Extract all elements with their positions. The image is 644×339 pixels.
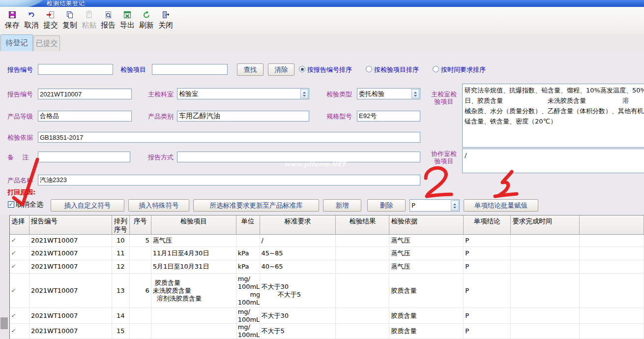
grade-input[interactable]	[38, 111, 132, 122]
tab-submitted[interactable]: 已提交	[33, 35, 60, 51]
conclusion-combo[interactable]: P	[410, 199, 460, 212]
sort-radio-2[interactable]: 按时间要求排序	[433, 64, 486, 74]
table-cell: P	[464, 235, 511, 247]
copy-button[interactable]: 复制	[60, 10, 79, 30]
sort-radio-1[interactable]: 按检验项目排序	[366, 64, 419, 74]
tab-pending[interactable]: 待登记	[0, 34, 33, 51]
column-header[interactable]: 检验依据	[389, 216, 464, 234]
test-type-combo[interactable]: 委托检验	[357, 88, 420, 99]
results-table: 选择报告编号排列 序号序号检验项目单位标准要求检验结果检验依据单项结论要求完成时…	[9, 215, 644, 339]
add-button[interactable]: 新增	[323, 199, 361, 212]
table-cell	[130, 324, 151, 339]
close-icon	[156, 10, 175, 20]
column-header[interactable]: 报告编号	[29, 216, 112, 234]
table-cell	[580, 235, 644, 247]
select-all-checkbox[interactable]: ✓	[8, 201, 14, 208]
table-row[interactable]: ✓2021WT1000715mg/ 100mL不大于5胶质含量P	[10, 324, 644, 339]
check-icon: ✓	[10, 287, 17, 295]
submit-button[interactable]: 提交	[41, 10, 60, 30]
table-cell: 11月1日至4月30日	[151, 247, 236, 260]
product-name-input[interactable]	[38, 175, 420, 185]
table-left-strip	[0, 215, 9, 339]
column-header[interactable]	[580, 216, 644, 234]
table-row[interactable]: ✓2021WT1000714mg/ 100mL不大于30胶质含量P	[10, 308, 644, 324]
table-cell	[151, 324, 236, 339]
insert-special-symbol-button[interactable]: 插入特殊符号	[128, 199, 189, 212]
table-cell: 2021WT10007	[29, 308, 112, 323]
column-header[interactable]: 序号	[130, 216, 151, 234]
check-icon: ✓	[10, 249, 17, 257]
radio-icon[interactable]	[366, 66, 372, 72]
clear-button[interactable]: 清除	[268, 63, 294, 76]
remark-input[interactable]	[38, 152, 130, 162]
row-check-cell[interactable]: ✓	[10, 324, 29, 339]
category-input[interactable]	[177, 111, 309, 122]
copy-icon	[60, 10, 79, 20]
refresh-button[interactable]: 刷新	[137, 10, 156, 30]
dropdown-arrows-icon[interactable]	[411, 89, 419, 98]
insert-custom-symbol-button[interactable]: 插入自定义符号	[51, 199, 124, 212]
refresh-icon	[137, 10, 156, 20]
row-check-cell[interactable]: ✓	[10, 308, 29, 323]
column-header[interactable]: 选择	[10, 216, 29, 234]
scroll-thumb[interactable]	[0, 317, 8, 329]
search-report-input[interactable]	[38, 64, 113, 75]
spec-input[interactable]	[357, 111, 420, 122]
table-cell	[511, 247, 580, 260]
coop-items-textarea[interactable]: /	[462, 149, 644, 173]
export-button[interactable]: 导出	[118, 10, 137, 30]
coop-items-label: 协作室检 验项目	[430, 150, 458, 165]
batch-assign-button[interactable]: 单项结论批量赋值	[464, 199, 538, 212]
table-row[interactable]: ✓2021WT100071111月1日至4月30日kPa45~85蒸气压P	[10, 247, 644, 260]
submit-icon	[41, 10, 60, 20]
report-button[interactable]: 报告	[99, 10, 117, 30]
row-check-cell[interactable]: ✓	[10, 274, 29, 308]
main-panel: 报告编号 检验项目 查找 清除 按报告编号排序按检验项目排序按时间要求排序 报告…	[0, 51, 644, 339]
column-header[interactable]: 检验结果	[336, 216, 389, 234]
update-standard-button[interactable]: 所选标准要求更新至产品标准库	[193, 199, 319, 212]
radio-icon[interactable]	[433, 66, 439, 72]
sort-radio-0[interactable]: 按报告编号排序	[299, 64, 352, 74]
table-row[interactable]: ✓2021WT10007125月1日至10月31日kPa40~65蒸气压P	[10, 260, 644, 274]
table-cell	[580, 247, 644, 260]
row-check-cell[interactable]: ✓	[10, 260, 29, 273]
table-cell	[130, 247, 151, 260]
delete-button[interactable]: 删除	[367, 199, 406, 212]
column-header[interactable]: 排列 序号	[112, 216, 130, 234]
close-button[interactable]: 关闭	[156, 10, 175, 30]
row-check-cell[interactable]: ✓	[10, 247, 29, 260]
check-icon: ✓	[10, 237, 17, 245]
column-header[interactable]: 标准要求	[260, 216, 336, 234]
table-cell: P	[464, 260, 511, 273]
table-cell: 蒸气压	[389, 260, 464, 273]
undo-button[interactable]: 取消	[22, 10, 41, 30]
report-no-input[interactable]	[38, 89, 132, 99]
table-cell: 蒸气压	[389, 235, 464, 247]
main-items-textarea[interactable]: 研究法辛烷值、抗爆指数、铅含量、馏程、10%蒸发温度、50%蒸 日、胶质含量 未…	[462, 84, 644, 148]
table-cell: 不大于5	[260, 324, 336, 339]
dept-label: 主检科室	[148, 91, 174, 98]
find-button[interactable]: 查找	[237, 63, 263, 76]
search-item-input[interactable]	[152, 64, 228, 75]
column-header[interactable]: 要求完成时间	[511, 216, 580, 234]
dropdown-arrows-icon[interactable]	[300, 89, 308, 98]
table-row[interactable]: ✓2021WT10007105蒸气压/蒸气压P	[10, 235, 644, 247]
app-window: 检测结果登记 保存取消提交复制粘贴报告导出刷新关闭 待登记 已提交 报告编号 检…	[0, 0, 644, 339]
table-cell: 胶质含量	[389, 274, 464, 308]
table-row[interactable]: ✓2021WT10007136 胶质含量 未洗胶质含量 溶剂洗胶质含量mg/ 1…	[10, 274, 644, 308]
table-cell: 12	[112, 260, 130, 273]
search-report-label: 报告编号	[7, 65, 33, 74]
save-button[interactable]: 保存	[3, 10, 22, 30]
table-cell: 11	[112, 247, 130, 260]
basis-input[interactable]	[38, 132, 420, 143]
radio-icon[interactable]	[299, 66, 305, 72]
save-icon	[3, 10, 22, 20]
column-header[interactable]: 单位	[236, 216, 260, 234]
dept-combo[interactable]: 检验室	[177, 88, 309, 99]
dropdown-arrows-icon[interactable]	[451, 200, 459, 211]
column-header[interactable]: 检验项目	[151, 216, 236, 234]
remark-label: 备 注	[7, 154, 29, 161]
column-header[interactable]: 单项结论	[464, 216, 511, 234]
row-check-cell[interactable]: ✓	[10, 235, 29, 247]
table-cell: P	[464, 274, 511, 308]
